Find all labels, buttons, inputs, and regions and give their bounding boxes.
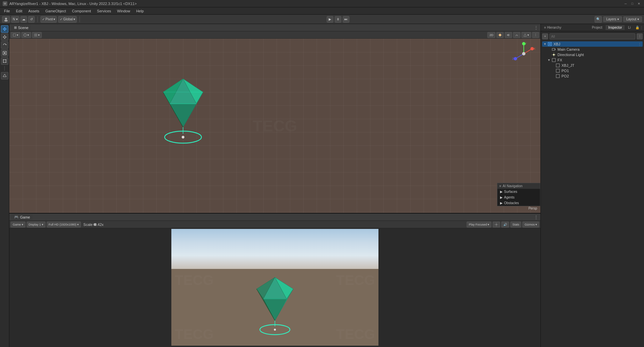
svg-rect-61 [552,48,555,50]
hier-icon-po1 [555,68,560,73]
hierarchy-item-po1[interactable]: PO1 [542,68,643,73]
fx-dropdown[interactable]: ▾ [21,32,31,38]
hier-label-main-camera: Main Camera [557,47,580,51]
hier-options-xbj[interactable]: ⋮ [638,42,641,46]
pivot-icon: ✓ [42,17,45,21]
scene-viewport[interactable]: TECG [9,39,540,213]
right-panel-lock[interactable]: 🔒 [635,26,639,29]
hier-label-directional-light: Directional Light [557,53,584,57]
hierarchy-item-fx[interactable]: ▼ FX [542,57,643,63]
tool-rect[interactable] [1,57,8,65]
persp-label: Persp [528,207,537,210]
game-horizon [171,256,378,269]
grid-dropdown[interactable]: ▾ [32,32,42,38]
game-watermark-tr: TECG [336,272,375,288]
tool-move[interactable] [1,25,8,33]
hierarchy-item-main-camera[interactable]: Main Camera [542,47,643,52]
layers-dropdown[interactable]: Layers ▾ [603,16,622,22]
hier-icon-camera [551,47,556,52]
audio-btn[interactable]: 🔊 [501,222,509,228]
hierarchy-item-xbj-jt[interactable]: XBJ_JT [542,63,643,68]
close-button[interactable]: ✕ [637,1,641,6]
hierarchy-item-directional-light[interactable]: Directional Light [542,52,643,57]
menu-file[interactable]: File [1,8,13,14]
svg-rect-13 [6,62,6,63]
play-button[interactable]: ▶ [327,16,333,23]
project-tab[interactable]: Project [589,25,605,30]
hierarchy-add-btn[interactable]: + [542,33,548,39]
game-gizmos-dropdown[interactable]: Gizmos ▾ [522,222,539,228]
tool-rotate[interactable] [1,41,8,49]
toolbar-account-btn[interactable] [2,16,10,23]
center-content: ⊞ Scene ⋮ ▾ ▾ ▾ [9,24,540,347]
display-dropdown[interactable]: Display 1 ▾ [27,222,45,228]
pause-button[interactable]: ⏸ [335,16,341,23]
hierarchy-search-input[interactable] [549,33,635,39]
game-stats-btn[interactable]: Stats [510,222,521,228]
game-settings-btn[interactable] [493,222,500,228]
menu-component[interactable]: Component [69,8,94,14]
hierarchy-content: + ⋮ ▼ XBJ ⋮ Main Camera [541,31,644,80]
pivot-dropdown[interactable]: ✓ Pivot ▾ [40,16,57,23]
svg-rect-16 [13,34,15,36]
maximize-button[interactable]: □ [630,1,635,6]
hierarchy-panel-tab[interactable]: ≡ Hierarchy [541,25,564,30]
ai-nav-surfaces-arrow: ▶ [500,190,503,194]
hierarchy-item-po2[interactable]: PO2 [542,73,643,79]
menu-services[interactable]: Services [94,8,114,14]
layers-label: Layers [606,17,616,21]
more-options[interactable]: ⋮ [532,32,539,38]
layout-arrow: ▾ [637,17,639,21]
scene-gizmo[interactable]: X Y Z [512,42,535,65]
search-btn[interactable]: 🔍 [595,16,602,23]
resolution-label: Full HD (1920x1080) [49,223,76,226]
menu-help[interactable]: Help [134,8,147,14]
svg-point-40 [182,136,184,138]
draw-mode-arrow: ▾ [17,33,18,37]
hierarchy-item-xbj[interactable]: ▼ XBJ ⋮ [542,41,643,47]
right-panel-options[interactable]: ⋮ [640,26,643,29]
tool-scale[interactable] [1,49,8,57]
game-display-dropdown[interactable]: Game ▾ [11,222,25,228]
menu-edit[interactable]: Edit [13,8,25,14]
2d-toggle[interactable]: 2D [487,32,495,38]
ai-nav-agents[interactable]: ▶ Agents [497,195,540,200]
tool-custom[interactable] [1,72,8,79]
inspector-tab-label: Inspector [608,26,622,29]
menu-window[interactable]: Window [115,8,133,14]
scene-tab[interactable]: ⊞ Scene [11,25,31,30]
right-panel-tabs: ≡ Hierarchy Project Inspector Li 🔒 ⋮ [541,24,644,31]
hierarchy-options-btn[interactable]: ⋮ [637,33,643,39]
menu-assets[interactable]: Assets [26,8,42,14]
lighting-toggle[interactable] [496,32,504,38]
hier-arrow-fx: ▼ [547,58,551,62]
tool-transform[interactable] [1,33,8,41]
toolbar-dropdown-n[interactable]: N ▾ [11,16,19,23]
global-dropdown[interactable]: ✓ Global ▾ [58,16,77,23]
toolbar-n-label: N ▾ [13,17,18,21]
toolbar-refresh-btn[interactable]: ↺ [28,16,35,23]
toolbar-cloud-btn[interactable]: ☁ [20,16,27,23]
inspector-tab[interactable]: Inspector [606,25,625,30]
ai-nav-surfaces[interactable]: ▶ Surfaces [497,189,540,195]
audio-toggle[interactable] [505,32,512,38]
view-dropdown[interactable]: ▾ [521,32,531,38]
ai-nav-obstacles[interactable]: ▶ Obstacles [497,200,540,206]
step-button[interactable]: ⏭ [343,16,349,23]
scene-object-diamond[interactable] [153,72,213,153]
game-viewport: TECG TECG TECG TECG [9,228,540,347]
svg-rect-71 [556,74,559,78]
game-arrow: ▾ [22,223,23,226]
play-focused-dropdown[interactable]: Play Focused ▾ [467,222,491,228]
minimize-button[interactable]: ─ [623,1,628,6]
hierarchy-toolbar: + ⋮ [542,33,643,40]
game-tab[interactable]: 🎮 Game [11,214,33,220]
menu-gameobject[interactable]: GameObject [43,8,69,14]
grid-arrow: ▾ [38,33,40,37]
resolution-dropdown[interactable]: Full HD (1920x1080) ▾ [47,222,81,228]
layout-dropdown[interactable]: Layout ▾ [623,16,642,22]
li-tab-label: Li [628,26,631,29]
li-tab[interactable]: Li [625,25,633,30]
effects-toggle[interactable] [513,32,520,38]
draw-mode-dropdown[interactable]: ▾ [11,32,20,38]
